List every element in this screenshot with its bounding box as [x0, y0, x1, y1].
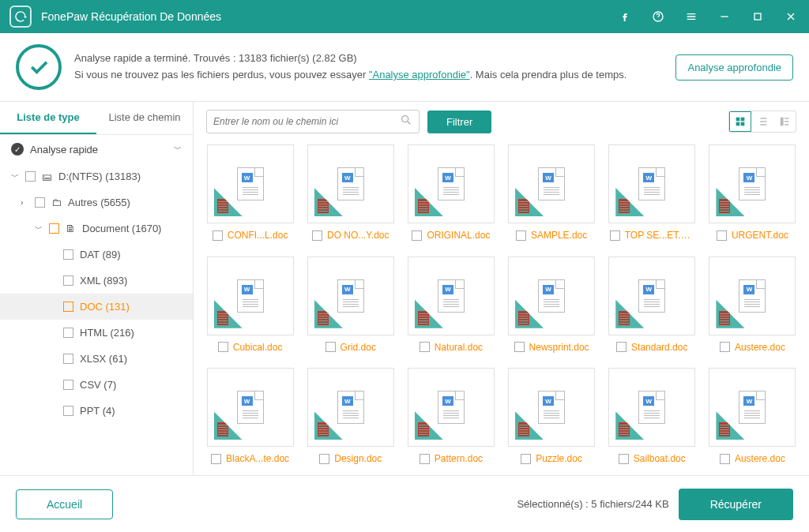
tree-file-type[interactable]: CSV (7) — [0, 372, 193, 398]
file-card[interactable]: WDO NO...Y.doc — [305, 144, 396, 249]
file-card[interactable]: WPuzzle.doc — [506, 368, 596, 472]
search-field[interactable] — [206, 110, 420, 133]
checkbox[interactable] — [63, 380, 73, 390]
home-button[interactable]: Accueil — [16, 489, 113, 519]
close-icon[interactable] — [782, 8, 800, 25]
file-thumbnail: W — [408, 368, 495, 447]
file-checkbox[interactable] — [213, 230, 223, 241]
selection-info: Sélectionné(s) : 5 fichiers/244 KB — [517, 498, 668, 510]
file-checkbox[interactable] — [619, 454, 629, 464]
file-checkbox[interactable] — [610, 230, 620, 241]
file-name: Pattern.doc — [435, 453, 483, 464]
file-card[interactable]: WTOP SE...ET.doc — [607, 144, 698, 249]
status-line-1: Analyse rapide a terminé. Trouvés : 1318… — [74, 51, 675, 67]
checkbox[interactable] — [63, 249, 73, 260]
file-checkbox[interactable] — [218, 342, 228, 352]
minimize-icon[interactable] — [716, 8, 733, 25]
scan-mode-item[interactable]: ✓ Analyse rapide ﹀ — [0, 135, 193, 163]
file-card[interactable]: WNatural.doc — [405, 257, 496, 361]
file-checkbox[interactable] — [720, 454, 730, 464]
file-card[interactable]: WCONFI...L.doc — [205, 144, 295, 249]
file-checkbox[interactable] — [412, 230, 422, 241]
tree-autres[interactable]: › 🗀 Autres (5655) — [0, 189, 193, 215]
deep-scan-link[interactable]: "Analyse approfondie" — [369, 69, 470, 81]
file-card[interactable]: WStandard.doc — [607, 257, 698, 361]
search-input[interactable] — [213, 116, 400, 127]
file-card[interactable]: WURGENT.doc — [707, 144, 798, 249]
file-checkbox[interactable] — [516, 230, 526, 241]
deep-scan-button[interactable]: Analyse approfondie — [675, 54, 793, 81]
doc-icon: W — [638, 391, 665, 424]
tab-path-list[interactable]: Liste de chemin — [96, 102, 193, 134]
file-card[interactable]: WCubical.doc — [205, 257, 295, 361]
file-card[interactable]: WSailboat.doc — [607, 368, 698, 472]
detail-view-icon[interactable] — [773, 111, 796, 132]
file-card[interactable]: WGrid.doc — [305, 257, 396, 361]
checkbox[interactable] — [63, 275, 73, 286]
filter-button[interactable]: Filtrer — [427, 111, 491, 133]
file-checkbox[interactable] — [720, 342, 730, 352]
file-card[interactable]: WNewsprint.doc — [506, 257, 596, 361]
search-icon[interactable] — [400, 114, 412, 129]
folder-icon: 🗀 — [51, 197, 62, 208]
tree-file-type[interactable]: XML (893) — [0, 268, 193, 294]
checkbox[interactable] — [35, 197, 45, 208]
file-card[interactable]: WPattern.doc — [405, 368, 496, 472]
tree-item-label: HTML (216) — [80, 327, 134, 339]
file-checkbox[interactable] — [319, 454, 329, 464]
doc-icon: W — [538, 167, 565, 200]
doc-icon: W — [337, 279, 364, 313]
file-checkbox[interactable] — [420, 342, 430, 352]
file-name: Grid.doc — [341, 342, 376, 353]
file-card[interactable]: WSAMPLE.doc — [506, 144, 596, 249]
facebook-icon[interactable] — [616, 8, 634, 25]
tree-file-type[interactable]: HTML (216) — [0, 320, 193, 346]
file-checkbox[interactable] — [514, 342, 525, 352]
file-checkbox[interactable] — [420, 454, 430, 464]
tree-file-type[interactable]: DAT (89) — [0, 242, 193, 268]
file-name: TOP SE...ET.doc — [625, 230, 694, 241]
file-card[interactable]: WAustere.doc — [707, 257, 798, 361]
file-card[interactable]: WDesign.doc — [305, 368, 396, 472]
status-text: Analyse rapide a terminé. Trouvés : 1318… — [74, 51, 675, 84]
file-checkbox[interactable] — [717, 230, 727, 241]
tree-document[interactable]: ﹀ 🗎 Document (1670) — [0, 215, 193, 242]
tree-item-label: PPT (4) — [80, 405, 115, 417]
file-name: Austere.doc — [735, 453, 785, 464]
file-thumbnail: W — [207, 368, 294, 447]
file-name: DO NO...Y.doc — [327, 230, 389, 241]
checkbox[interactable] — [49, 223, 59, 234]
tree-file-type[interactable]: XLSX (61) — [0, 346, 193, 372]
svg-rect-0 — [754, 13, 761, 20]
tree-drive[interactable]: ﹀ 🖴 D:(NTFS) (13183) — [0, 163, 193, 189]
help-icon[interactable] — [649, 8, 667, 25]
file-checkbox[interactable] — [211, 454, 221, 464]
checkbox[interactable] — [63, 354, 73, 364]
chevron-down-icon: ﹀ — [11, 171, 19, 182]
doc-icon: W — [337, 167, 364, 200]
file-name: Newsprint.doc — [529, 342, 589, 353]
status-line-2: Si vous ne trouvez pas les fichiers perd… — [74, 67, 675, 84]
file-card[interactable]: WAustere.doc — [707, 368, 798, 472]
file-checkbox[interactable] — [325, 342, 336, 352]
file-checkbox[interactable] — [312, 230, 322, 241]
maximize-icon[interactable] — [749, 8, 766, 25]
tree-file-type[interactable]: DOC (131) — [0, 294, 193, 320]
svg-rect-4 — [736, 122, 740, 126]
file-card[interactable]: WORIGINAL.doc — [405, 144, 496, 249]
tab-type-list[interactable]: Liste de type — [0, 102, 96, 134]
file-grid: WCONFI...L.docWDO NO...Y.docWORIGINAL.do… — [194, 141, 809, 475]
file-checkbox[interactable] — [521, 454, 531, 464]
menu-icon[interactable] — [683, 8, 700, 25]
tree-file-type[interactable]: PPT (4) — [0, 398, 193, 424]
grid-view-icon[interactable] — [729, 111, 751, 132]
recover-button[interactable]: Récupérer — [679, 489, 793, 520]
list-view-icon[interactable] — [751, 111, 773, 132]
checkbox[interactable] — [63, 302, 73, 312]
file-checkbox[interactable] — [616, 342, 627, 352]
checkbox[interactable] — [63, 328, 73, 338]
document-icon: 🗎 — [66, 223, 76, 234]
checkbox[interactable] — [25, 171, 36, 182]
file-card[interactable]: WBlackA...te.doc — [205, 368, 295, 472]
checkbox[interactable] — [63, 406, 73, 416]
